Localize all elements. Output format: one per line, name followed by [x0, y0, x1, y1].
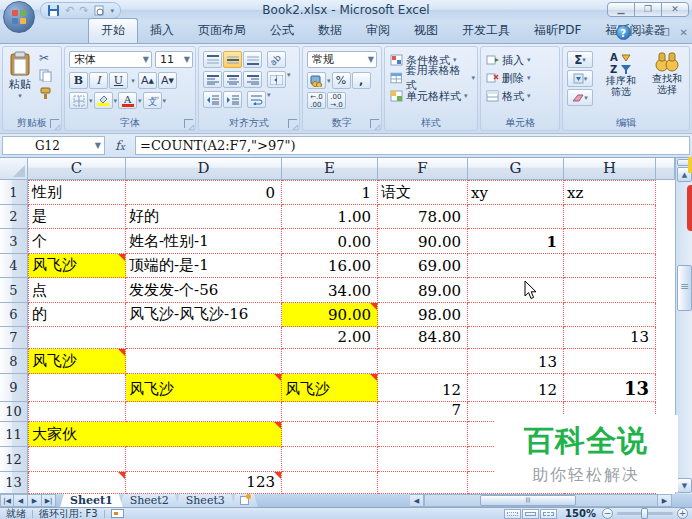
ribbon-tab-1[interactable]: 插入 — [138, 19, 186, 43]
cell-G1[interactable]: xy — [468, 180, 564, 205]
row-header-4[interactable]: 4 — [0, 254, 28, 278]
cell-D3[interactable]: 姓名-性别-1 — [126, 229, 282, 254]
cell-C10[interactable] — [28, 402, 126, 422]
zoom-in-button[interactable]: + — [677, 508, 688, 519]
cut-button[interactable]: ✂ — [39, 51, 49, 65]
cell-E10[interactable] — [282, 402, 378, 422]
cell-E5[interactable]: 34.00 — [282, 278, 378, 303]
sort-filter-button[interactable]: A Z 排序和 筛选 — [599, 51, 643, 97]
cell-C11[interactable]: 大家伙 — [28, 422, 126, 447]
borders-dropdown[interactable]: ▾ — [89, 97, 93, 105]
align-top-button[interactable] — [203, 51, 222, 68]
phonetic-dropdown[interactable]: ▾ — [163, 97, 167, 105]
row-header-1[interactable]: 1 — [0, 180, 28, 205]
cell-C4[interactable]: 风飞沙 — [28, 254, 126, 278]
cell-E11[interactable] — [282, 422, 378, 447]
formula-input[interactable]: =COUNT(A2:F7,">97") — [135, 136, 690, 155]
column-header-E[interactable]: E — [282, 158, 378, 180]
align-middle-button[interactable] — [223, 51, 242, 68]
cell-G6[interactable] — [468, 303, 564, 327]
ribbon-tab-2[interactable]: 页面布局 — [186, 19, 258, 43]
cell-F1[interactable]: 语文 — [378, 180, 468, 205]
hscroll-right-button[interactable]: ▶ — [658, 494, 672, 507]
hscroll-left-button[interactable]: ◀ — [410, 494, 424, 507]
font-size-select[interactable]: 11▼ — [155, 51, 193, 68]
cell-F7[interactable]: 84.80 — [378, 327, 468, 349]
next-sheet-button[interactable]: ▶ — [28, 494, 42, 507]
underline-button[interactable]: U — [109, 72, 128, 89]
delete-cells-button[interactable]: 删除▾ — [484, 69, 533, 87]
cell-D8[interactable] — [126, 349, 282, 374]
percent-style-button[interactable]: % — [332, 72, 351, 89]
column-header-F[interactable]: F — [378, 158, 468, 180]
cell-E2[interactable]: 1.00 — [282, 205, 378, 229]
wrap-text-button[interactable] — [247, 91, 266, 108]
cell-F12[interactable] — [378, 447, 468, 472]
paste-button[interactable]: 粘贴 ▾ — [7, 51, 33, 100]
cell-F6[interactable]: 98.00 — [378, 303, 468, 327]
doc-close-button[interactable]: ✕ — [680, 27, 688, 38]
doc-restore-button[interactable]: ❐ — [661, 27, 670, 38]
ribbon-tab-0[interactable]: 开始 — [88, 18, 138, 43]
cell-E1[interactable]: 1 — [282, 180, 378, 205]
hscroll-track[interactable] — [424, 494, 658, 507]
cell-E12[interactable] — [282, 447, 378, 472]
cell-E7[interactable]: 2.00 — [282, 327, 378, 349]
zoom-slider-thumb[interactable] — [641, 508, 648, 519]
cell-G2[interactable] — [468, 205, 564, 229]
cell-D10[interactable] — [126, 402, 282, 422]
format-as-table-button[interactable]: 套用表格格式▾ — [388, 69, 477, 87]
ribbon-tab-4[interactable]: 数据 — [306, 19, 354, 43]
ribbon-tab-7[interactable]: 开发工具 — [450, 19, 522, 43]
help-icon[interactable]: ? — [616, 25, 631, 40]
cell-F13[interactable] — [378, 472, 468, 494]
format-painter-button[interactable] — [39, 87, 52, 100]
cell-H2[interactable] — [564, 205, 656, 229]
wrap-text-dropdown[interactable]: ▾ — [267, 91, 271, 108]
align-left-button[interactable] — [203, 71, 222, 88]
cell-D1[interactable]: 0 — [126, 180, 282, 205]
clear-button[interactable]: ▾ — [567, 89, 593, 106]
cell-C12[interactable] — [28, 447, 126, 472]
alignment-dialog-launcher[interactable] — [288, 119, 297, 128]
minimize-button[interactable]: ▁ — [607, 2, 635, 17]
cell-H9[interactable]: 13 — [564, 374, 656, 402]
cell-C7[interactable] — [28, 327, 126, 349]
row-header-10[interactable]: 10 — [0, 402, 28, 422]
office-button[interactable] — [3, 1, 35, 33]
row-header-13[interactable]: 13 — [0, 472, 28, 494]
page-layout-view-button[interactable] — [522, 509, 539, 519]
cell-D13[interactable]: 123 — [126, 472, 282, 494]
cell-D11[interactable] — [126, 422, 282, 447]
align-center-button[interactable] — [223, 71, 242, 88]
shrink-font-button[interactable]: A▼ — [158, 72, 177, 89]
cell-F5[interactable]: 89.00 — [378, 278, 468, 303]
row-header-2[interactable]: 2 — [0, 205, 28, 229]
cell-D5[interactable]: 发发发-个-56 — [126, 278, 282, 303]
fill-button[interactable]: ▾ — [567, 70, 593, 87]
cell-F10[interactable]: 7 — [378, 402, 468, 422]
merge-center-button[interactable] — [267, 71, 286, 88]
cell-F11[interactable] — [378, 422, 468, 447]
cell-C2[interactable]: 是 — [28, 205, 126, 229]
borders-button[interactable] — [69, 92, 88, 109]
cell-F9[interactable]: 12 — [378, 374, 468, 402]
copy-button[interactable] — [39, 69, 52, 82]
bold-button[interactable]: B — [69, 72, 88, 89]
increase-decimal-button[interactable]: ←.0.00 — [307, 92, 326, 109]
cell-D2[interactable]: 好的 — [126, 205, 282, 229]
page-break-view-button[interactable] — [540, 509, 557, 519]
number-dialog-launcher[interactable] — [370, 119, 379, 128]
find-select-button[interactable]: 查找和 选择 — [645, 51, 689, 95]
align-right-button[interactable] — [243, 71, 262, 88]
close-button[interactable]: ✕ — [661, 2, 689, 17]
cell-G8[interactable]: 13 — [468, 349, 564, 374]
scroll-down-button[interactable]: ▼ — [677, 478, 692, 493]
decrease-decimal-button[interactable]: .00→.0 — [327, 92, 346, 109]
cell-G3[interactable]: 1 — [468, 229, 564, 254]
prev-sheet-button[interactable]: ◀ — [14, 494, 28, 507]
align-bottom-button[interactable] — [243, 51, 262, 68]
row-header-3[interactable]: 3 — [0, 229, 28, 254]
cell-E3[interactable]: 0.00 — [282, 229, 378, 254]
cell-E4[interactable]: 16.00 — [282, 254, 378, 278]
